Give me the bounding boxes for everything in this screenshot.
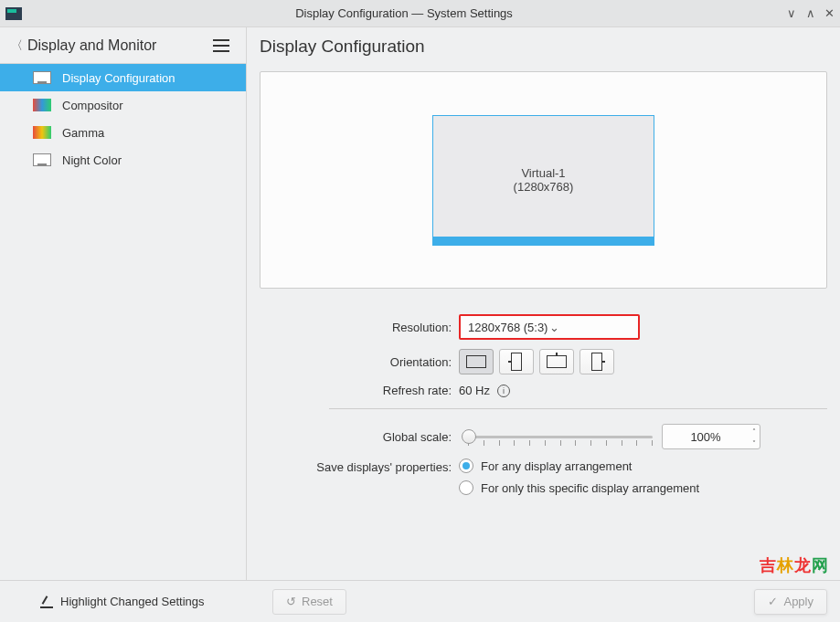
close-icon[interactable]: ✕: [824, 6, 835, 20]
window-title: Display Configuration — System Settings: [22, 6, 786, 20]
minimize-icon[interactable]: ∨: [786, 6, 796, 20]
label-orientation: Orientation:: [260, 355, 459, 369]
content-pane: Display Configuration Virtual-1 (1280x76…: [247, 27, 840, 580]
monitor-base: [432, 237, 654, 246]
label-save: Save displays' properties:: [260, 459, 459, 474]
save-radio-group: For any display arrangement For only thi…: [459, 459, 699, 502]
radio-icon: [459, 480, 473, 495]
reset-button[interactable]: ↺ Reset: [272, 589, 346, 615]
row-resolution: Resolution: 1280x768 (5:3) ⌄: [260, 314, 827, 340]
sidebar-item-label: Night Color: [62, 153, 122, 167]
refresh-value-wrap: 60 Hz i: [459, 384, 510, 397]
info-icon[interactable]: i: [497, 385, 510, 397]
slider-handle-icon[interactable]: [462, 429, 476, 444]
sidebar-item-night-color[interactable]: Night Color: [0, 146, 246, 174]
watermark: 吉林龙网: [760, 554, 829, 576]
orientation-portrait-right[interactable]: [579, 349, 614, 374]
scale-spinbox[interactable]: 100% ˄˅: [662, 424, 760, 449]
scale-value: 100%: [670, 430, 741, 444]
radio-icon: [459, 459, 473, 473]
highlight-changed-toggle[interactable]: Highlight Changed Settings: [13, 595, 260, 608]
night-color-icon: [33, 153, 51, 166]
refresh-value: 60 Hz: [459, 384, 490, 397]
highlight-icon: [40, 596, 53, 608]
main-area: 〈 Display and Monitor Display Configurat…: [0, 27, 840, 580]
app-icon: [5, 7, 22, 20]
window-controls: ∨ ∧ ✕: [786, 6, 835, 20]
undo-icon: ↺: [286, 595, 296, 608]
spin-arrows[interactable]: ˄˅: [752, 427, 756, 448]
apply-button[interactable]: ✓ Apply: [754, 589, 827, 615]
sidebar-item-label: Compositor: [62, 99, 122, 112]
reset-label: Reset: [302, 595, 333, 608]
monitor-name: Virtual-1: [521, 166, 565, 180]
check-icon: ✓: [768, 595, 778, 608]
highlight-label: Highlight Changed Settings: [60, 595, 205, 608]
sidebar-item-gamma[interactable]: Gamma: [0, 119, 246, 146]
title-bar: Display Configuration — System Settings …: [0, 0, 840, 27]
page-title: Display Configuration: [260, 31, 827, 71]
orientation-landscape[interactable]: [459, 349, 494, 374]
sidebar-item-label: Display Configuration: [62, 71, 175, 85]
radio-label: For only this specific display arrangeme…: [481, 481, 699, 495]
sidebar: 〈 Display and Monitor Display Configurat…: [0, 27, 247, 580]
footer-right: ✓ Apply: [346, 589, 827, 615]
label-scale: Global scale:: [260, 430, 459, 444]
row-scale: Global scale: 100% ˄˅: [260, 424, 827, 449]
sidebar-title: Display and Monitor: [27, 37, 213, 54]
gamma-icon: [33, 126, 51, 139]
menu-icon[interactable]: [213, 39, 235, 52]
settings-form: Resolution: 1280x768 (5:3) ⌄ Orientation…: [260, 314, 827, 502]
apply-label: Apply: [783, 595, 813, 608]
orientation-landscape-flipped[interactable]: [539, 349, 574, 374]
footer: Highlight Changed Settings ↺ Reset ✓ App…: [0, 580, 840, 622]
sidebar-list: Display Configuration Compositor Gamma N…: [0, 64, 246, 580]
display-icon: [33, 71, 51, 84]
sidebar-item-compositor[interactable]: Compositor: [0, 91, 246, 119]
row-orientation: Orientation:: [260, 349, 827, 374]
monitor-resolution: (1280x768): [514, 180, 574, 194]
sidebar-header: 〈 Display and Monitor: [0, 27, 246, 64]
chevron-down-icon: ⌄: [549, 321, 631, 334]
maximize-icon[interactable]: ∧: [805, 6, 815, 20]
sidebar-item-display-configuration[interactable]: Display Configuration: [0, 64, 246, 91]
scale-slider[interactable]: [459, 427, 653, 446]
row-refresh: Refresh rate: 60 Hz i: [260, 384, 827, 397]
display-preview: Virtual-1 (1280x768): [260, 71, 827, 289]
resolution-value: 1280x768 (5:3): [468, 321, 549, 334]
orientation-portrait-left[interactable]: [499, 349, 534, 374]
resolution-dropdown[interactable]: 1280x768 (5:3) ⌄: [459, 314, 640, 340]
monitor-thumbnail[interactable]: Virtual-1 (1280x768): [432, 115, 654, 246]
radio-any-arrangement[interactable]: For any display arrangement: [459, 459, 699, 473]
sidebar-item-label: Gamma: [62, 126, 104, 140]
label-resolution: Resolution:: [260, 321, 459, 334]
orientation-group: [459, 349, 614, 374]
row-save-props: Save displays' properties: For any displ…: [260, 459, 827, 502]
radio-specific-arrangement[interactable]: For only this specific display arrangeme…: [459, 480, 699, 495]
compositor-icon: [33, 99, 51, 111]
separator: [329, 408, 827, 409]
label-refresh: Refresh rate:: [260, 384, 459, 397]
radio-label: For any display arrangement: [481, 459, 632, 473]
back-icon[interactable]: 〈: [11, 37, 27, 54]
